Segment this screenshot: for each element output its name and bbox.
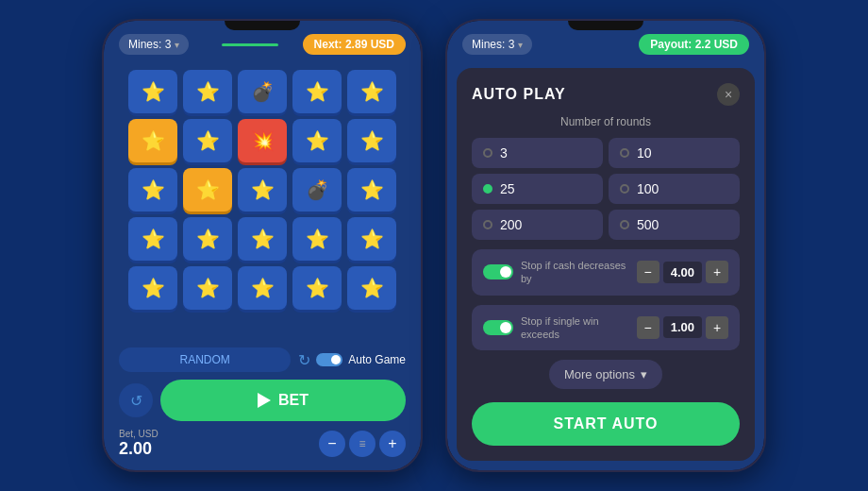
- round-value-100: 100: [637, 181, 659, 196]
- stop2-value-control: − 1.00 +: [637, 316, 728, 339]
- cell-3-0[interactable]: ⭐: [128, 217, 177, 261]
- stop2-text: Stop if single win exceeds: [521, 314, 629, 342]
- round-value-3: 3: [500, 145, 508, 161]
- cell-0-3[interactable]: ⭐: [292, 70, 342, 113]
- mines-chevron-left: ▾: [175, 40, 179, 50]
- bet-label: BET: [278, 392, 309, 409]
- stop2-toggle[interactable]: [483, 320, 513, 335]
- round-option-200[interactable]: 200: [472, 210, 603, 240]
- auto-game-label: Auto Game: [348, 353, 406, 366]
- phone-left: Mines: 3 ▾ Next: 2.89 USD ⭐ ⭐ 💣 ⭐ ⭐: [102, 19, 423, 472]
- cell-1-0[interactable]: ⭐: [128, 119, 177, 162]
- round-option-500[interactable]: 500: [609, 210, 740, 240]
- bet-row: ↺ BET: [119, 380, 406, 421]
- radio-200: [483, 220, 492, 229]
- stop1-plus-button[interactable]: +: [706, 261, 728, 283]
- cell-1-4[interactable]: ⭐: [347, 119, 396, 162]
- round-value-200: 200: [500, 217, 522, 232]
- round-value-500: 500: [637, 217, 659, 232]
- rounds-section-label: Number of rounds: [472, 115, 740, 128]
- bottom-controls: RANDOM ↻ Auto Game ↺ BET: [104, 340, 421, 470]
- stop2-plus-button[interactable]: +: [706, 316, 728, 339]
- stop2-value: 1.00: [663, 316, 702, 338]
- next-badge: Next: 2.89 USD: [303, 34, 406, 55]
- more-options-button[interactable]: More options ▾: [549, 360, 662, 389]
- auto-game-row: ↻ Auto Game: [298, 351, 406, 369]
- cell-3-4[interactable]: ⭐: [347, 217, 396, 261]
- cell-2-4[interactable]: ⭐: [347, 168, 396, 212]
- auto-game-toggle[interactable]: [316, 353, 342, 366]
- random-button[interactable]: RANDOM: [119, 347, 291, 372]
- radio-500: [620, 220, 629, 229]
- round-option-3[interactable]: 3: [472, 138, 603, 168]
- phone-notch-left: [225, 21, 300, 30]
- cell-1-3[interactable]: ⭐: [292, 119, 342, 162]
- cell-2-3[interactable]: 💣: [292, 168, 342, 212]
- modal-title: AUTO PLAY: [472, 86, 566, 103]
- cell-4-1[interactable]: ⭐: [183, 266, 232, 310]
- undo-button[interactable]: ↺: [119, 383, 153, 417]
- bet-button[interactable]: BET: [160, 380, 406, 421]
- mines-label-left: Mines: 3: [128, 38, 171, 51]
- stop-condition-2: Stop if single win exceeds − 1.00 +: [472, 305, 740, 351]
- round-option-25[interactable]: 25: [472, 174, 603, 204]
- stop1-toggle[interactable]: [483, 264, 513, 279]
- stop1-value: 4.00: [663, 262, 702, 283]
- bet-value: 2.00: [119, 439, 159, 459]
- close-icon: ×: [725, 87, 732, 102]
- mines-label-right: Mines: 3: [472, 38, 514, 51]
- cell-3-2[interactable]: ⭐: [238, 217, 287, 261]
- round-option-10[interactable]: 10: [609, 138, 740, 168]
- grid-row-1: ⭐ ⭐ 💣 ⭐ ⭐: [119, 70, 406, 113]
- cell-0-4[interactable]: ⭐: [347, 70, 396, 113]
- cell-0-1[interactable]: ⭐: [183, 70, 232, 113]
- autoplay-modal: AUTO PLAY × Number of rounds 3 10: [457, 68, 755, 461]
- cell-1-2[interactable]: 💥: [238, 119, 287, 162]
- mines-chevron-right: ▾: [518, 40, 523, 50]
- cell-2-2[interactable]: ⭐: [238, 168, 287, 212]
- bet-stack-button[interactable]: ≡: [349, 431, 376, 457]
- cell-3-3[interactable]: ⭐: [292, 217, 342, 261]
- payout-badge: Payout: 2.2 USD: [639, 34, 749, 55]
- stop1-text: Stop if cash decreases by: [521, 259, 629, 286]
- grid-row-3: ⭐ ⭐ ⭐ 💣 ⭐: [119, 168, 406, 212]
- radio-3: [483, 148, 492, 158]
- phone-notch-right: [568, 21, 643, 30]
- stop2-minus-button[interactable]: −: [637, 316, 659, 339]
- cell-4-3[interactable]: ⭐: [292, 266, 342, 310]
- start-auto-button[interactable]: START AUTO: [472, 402, 740, 446]
- cell-4-4[interactable]: ⭐: [347, 266, 396, 310]
- bet-controls: − ≡ +: [319, 431, 406, 457]
- cell-1-1[interactable]: ⭐: [183, 119, 232, 162]
- bet-currency-label: Bet, USD: [119, 429, 159, 439]
- radio-25: [483, 184, 492, 194]
- mines-selector-right[interactable]: Mines: 3 ▾: [462, 34, 532, 55]
- stop1-value-control: − 4.00 +: [637, 261, 728, 283]
- cell-0-2[interactable]: 💣: [238, 70, 287, 113]
- modal-header: AUTO PLAY ×: [472, 83, 740, 106]
- close-button[interactable]: ×: [717, 83, 740, 106]
- stop1-minus-button[interactable]: −: [637, 261, 659, 283]
- round-option-100[interactable]: 100: [609, 174, 740, 204]
- rounds-grid: 3 10 25 100: [472, 138, 740, 240]
- radio-10: [620, 148, 629, 158]
- cell-4-2[interactable]: ⭐: [238, 266, 287, 310]
- cell-2-1[interactable]: ⭐: [183, 168, 232, 212]
- play-icon: [258, 393, 271, 408]
- refresh-icon[interactable]: ↻: [298, 351, 310, 369]
- bet-amount-row: Bet, USD 2.00 − ≡ +: [119, 429, 406, 459]
- cell-4-0[interactable]: ⭐: [128, 266, 177, 310]
- bet-minus-button[interactable]: −: [319, 431, 345, 457]
- cell-0-0[interactable]: ⭐: [128, 70, 177, 113]
- progress-line-left: [222, 43, 278, 46]
- phone-right: Mines: 3 ▾ Payout: 2.2 USD AUTO PLAY × N…: [445, 19, 766, 472]
- cell-2-0[interactable]: ⭐: [128, 168, 177, 212]
- more-options-chevron-icon: ▾: [641, 367, 647, 381]
- mines-selector-left[interactable]: Mines: 3 ▾: [119, 34, 189, 55]
- grid-row-4: ⭐ ⭐ ⭐ ⭐ ⭐: [119, 217, 406, 261]
- more-options-label: More options: [564, 367, 635, 381]
- cell-3-1[interactable]: ⭐: [183, 217, 232, 261]
- grid-row-5: ⭐ ⭐ ⭐ ⭐ ⭐: [119, 266, 406, 310]
- round-value-25: 25: [500, 181, 515, 196]
- bet-plus-button[interactable]: +: [379, 431, 406, 457]
